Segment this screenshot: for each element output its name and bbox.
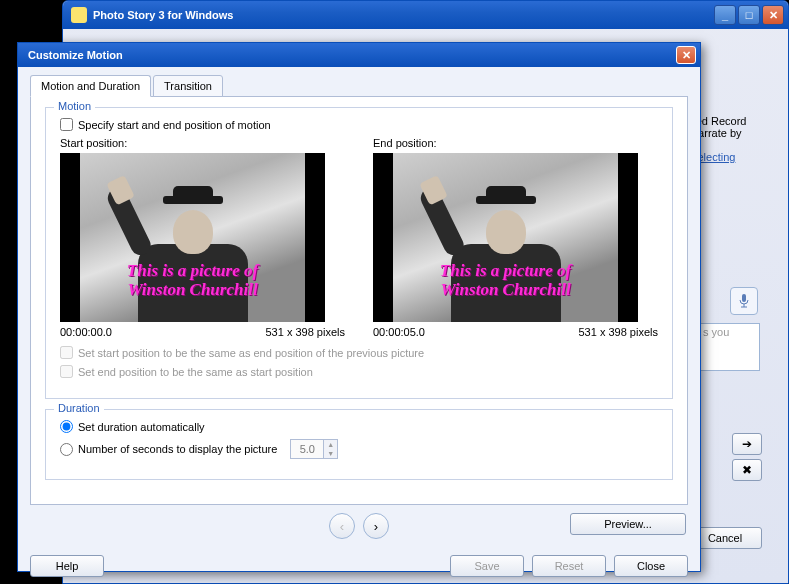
microphone-button[interactable]: [730, 287, 758, 315]
duration-seconds-radio[interactable]: [60, 443, 73, 456]
remove-button[interactable]: ✖: [732, 459, 762, 481]
dialog-title: Customize Motion: [28, 49, 676, 61]
duration-auto-radio[interactable]: [60, 420, 73, 433]
start-thumbnail[interactable]: This is a picture of Winston Churchill: [60, 153, 325, 322]
narration-textarea[interactable]: s you: [700, 323, 760, 371]
parent-titlebar: Photo Story 3 for Windows _ □ ✕: [63, 1, 788, 29]
start-time: 00:00:00.0: [60, 326, 112, 338]
svg-rect-0: [742, 294, 746, 302]
tab-motion-and-duration[interactable]: Motion and Duration: [30, 75, 151, 97]
x-icon: ✖: [742, 463, 752, 477]
minimize-button[interactable]: _: [714, 5, 736, 25]
set-start-same-row: Set start position to be the same as end…: [60, 346, 658, 359]
start-dimensions: 531 x 398 pixels: [266, 326, 346, 338]
end-position-label: End position:: [373, 137, 658, 149]
next-arrow-button[interactable]: ➔: [732, 433, 762, 455]
tabs: Motion and Duration Transition: [30, 75, 688, 97]
specify-motion-checkbox[interactable]: [60, 118, 73, 131]
tab-transition[interactable]: Transition: [153, 75, 223, 97]
arrow-right-icon: ➔: [742, 437, 752, 451]
spin-up-button: ▲: [323, 440, 337, 449]
start-position-column: Start position:: [60, 137, 345, 338]
app-icon: [71, 7, 87, 23]
end-dimensions: 531 x 398 pixels: [579, 326, 659, 338]
tab-panel: Motion Specify start and end position of…: [30, 96, 688, 505]
dialog-footer: Help Save Reset Close: [18, 547, 700, 584]
customize-motion-dialog: Customize Motion ✕ Motion and Duration T…: [17, 42, 701, 572]
seconds-spinner: ▲ ▼: [290, 439, 338, 459]
set-start-same-checkbox: [60, 346, 73, 359]
help-button[interactable]: Help: [30, 555, 104, 577]
dialog-close-button[interactable]: ✕: [676, 46, 696, 64]
close-parent-button[interactable]: ✕: [762, 5, 784, 25]
set-end-same-checkbox: [60, 365, 73, 378]
motion-legend: Motion: [54, 100, 95, 112]
end-thumbnail[interactable]: This is a picture of Winston Churchill: [373, 153, 638, 322]
image-caption: This is a picture of Winston Churchill: [393, 261, 618, 300]
parent-title: Photo Story 3 for Windows: [93, 9, 712, 21]
save-button: Save: [450, 555, 524, 577]
motion-fieldset: Motion Specify start and end position of…: [45, 107, 673, 399]
microphone-icon: [738, 293, 750, 309]
background-text-fragment: red Record narrate by selecting: [692, 115, 762, 163]
start-position-label: Start position:: [60, 137, 345, 149]
dialog-titlebar: Customize Motion ✕: [18, 43, 700, 67]
set-end-same-row: Set end position to be the same as start…: [60, 365, 658, 378]
duration-fieldset: Duration Set duration automatically Numb…: [45, 409, 673, 480]
chevron-left-icon: ‹: [340, 519, 344, 534]
maximize-button[interactable]: □: [738, 5, 760, 25]
chevron-right-icon: ›: [374, 519, 378, 534]
seconds-input: [291, 440, 323, 458]
image-caption: This is a picture of Winston Churchill: [80, 261, 305, 300]
specify-motion-checkbox-row[interactable]: Specify start and end position of motion: [60, 118, 658, 131]
reset-button: Reset: [532, 555, 606, 577]
close-button[interactable]: Close: [614, 555, 688, 577]
preview-button[interactable]: Preview...: [570, 513, 686, 535]
next-picture-button[interactable]: ›: [363, 513, 389, 539]
duration-legend: Duration: [54, 402, 104, 414]
end-position-column: End position:: [373, 137, 658, 338]
duration-seconds-row[interactable]: Number of seconds to display the picture…: [60, 439, 658, 459]
end-time: 00:00:05.0: [373, 326, 425, 338]
duration-auto-row[interactable]: Set duration automatically: [60, 420, 658, 433]
spin-down-button: ▼: [323, 449, 337, 458]
prev-picture-button: ‹: [329, 513, 355, 539]
